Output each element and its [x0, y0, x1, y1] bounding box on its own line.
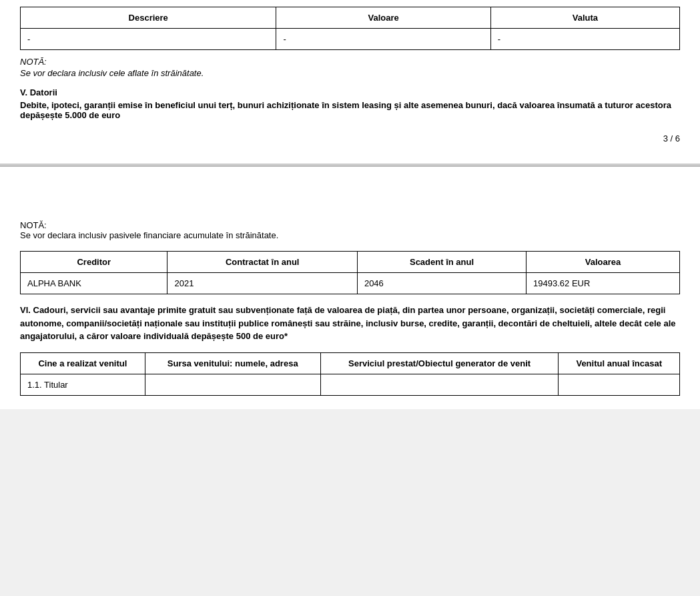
table-row: ALPHA BANK 2021 2046 19493.62 EUR — [21, 273, 680, 294]
col-header-descriere: Descriere — [21, 7, 276, 29]
cell-descriere: - — [21, 29, 276, 50]
page-container: Descriere Valoare Valuta - - - NOTĂ: Se … — [0, 0, 700, 409]
cell-scadent-an: 2046 — [357, 273, 526, 294]
table-row: - - - — [21, 29, 680, 50]
spacer — [20, 180, 680, 214]
venit-table: Cine a realizat venitul Sursa venitului:… — [20, 352, 680, 396]
col-cine-realizat: Cine a realizat venitul — [21, 352, 145, 374]
col-creditor: Creditor — [21, 252, 167, 273]
cell-serviciu-val — [320, 374, 559, 395]
nota-block-bottom: NOTĂ: Se vor declara inclusiv pasivele f… — [20, 220, 680, 240]
cell-titular: 1.1. Titular — [21, 374, 145, 395]
col-contractat: Contractat în anul — [167, 252, 357, 273]
cell-creditor-name: ALPHA BANK — [21, 273, 167, 294]
col-header-valuta: Valuta — [490, 7, 679, 29]
nota-text-top: Se vor declara inclusiv cele aflate în s… — [20, 68, 680, 78]
nota-text-bottom: Se vor declara inclusiv pasivele financi… — [20, 230, 680, 240]
creditor-table: Creditor Contractat în anul Scadent în a… — [20, 251, 680, 294]
nota-label-top: NOTĂ: — [20, 57, 680, 67]
cell-sursa-val — [145, 374, 320, 395]
page-number: 3 / 6 — [20, 133, 680, 143]
cell-contractat-an: 2021 — [167, 273, 357, 294]
top-table: Descriere Valoare Valuta - - - — [20, 7, 680, 50]
section-vi-desc: VI. Cadouri, servicii sau avantaje primi… — [20, 304, 680, 343]
cell-valuta: - — [490, 29, 679, 50]
cell-venit-val — [559, 374, 680, 395]
nota-block-top: NOTĂ: Se vor declara inclusiv cele aflat… — [20, 57, 680, 78]
col-sursa-venitului: Sursa venitului: numele, adresa — [145, 352, 320, 374]
nota-label-bottom: NOTĂ: — [20, 220, 680, 230]
section-v-subtitle: Debite, ipoteci, garanții emise în benef… — [20, 100, 680, 120]
cell-valoarea-val: 19493.62 EUR — [527, 273, 680, 294]
col-venit-anual: Venitul anual încasat — [559, 352, 680, 374]
col-serviciul-prestat: Serviciul prestat/Obiectul generator de … — [320, 352, 559, 374]
top-section: Descriere Valoare Valuta - - - NOTĂ: Se … — [0, 0, 700, 166]
col-valoarea: Valoarea — [527, 252, 680, 273]
table-row: 1.1. Titular — [21, 374, 680, 395]
col-header-valoare: Valoare — [276, 7, 490, 29]
col-scadent: Scadent în anul — [357, 252, 526, 273]
section-v-title: V. Datorii — [20, 87, 680, 97]
bottom-section: NOTĂ: Se vor declara inclusiv pasivele f… — [0, 167, 700, 409]
cell-valoare: - — [276, 29, 490, 50]
